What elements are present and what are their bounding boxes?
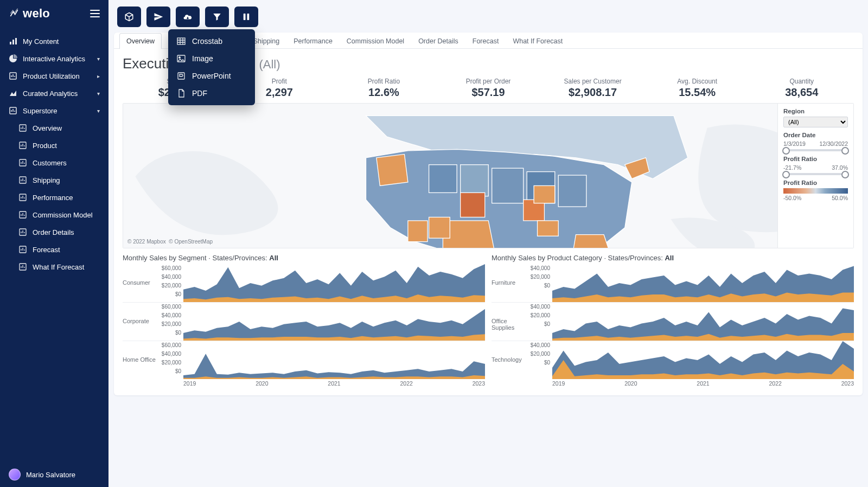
main: CrosstabImagePowerPointPDF OverviewProdu… bbox=[108, 0, 868, 487]
report-icon bbox=[9, 106, 17, 115]
order-date-filter-label: Order Date bbox=[783, 132, 848, 138]
map-canvas[interactable] bbox=[123, 104, 853, 248]
svg-rect-15 bbox=[247, 14, 250, 20]
svg-rect-23 bbox=[492, 168, 524, 203]
tab-forecast[interactable]: Forecast bbox=[465, 33, 506, 49]
filter-panel: Region (All) Order Date 1/3/201912/30/20… bbox=[777, 104, 853, 248]
kpi-avg-discount: Avg. Discount15.54% bbox=[645, 78, 750, 99]
sidebar-item-shipping[interactable]: Shipping bbox=[0, 171, 108, 189]
profit-ratio-legend-label: Profit Ratio bbox=[783, 180, 848, 186]
svg-rect-1 bbox=[12, 40, 14, 44]
dropdown-powerpoint[interactable]: PowerPoint bbox=[168, 67, 255, 85]
svg-rect-31 bbox=[538, 221, 559, 236]
sidebar-item-customers[interactable]: Customers bbox=[0, 154, 108, 171]
profit-ratio-legend bbox=[783, 188, 848, 194]
report-icon bbox=[9, 72, 17, 80]
slides-icon bbox=[177, 72, 186, 80]
sidebar-item-performance[interactable]: Performance bbox=[0, 189, 108, 206]
logo-text: welo bbox=[23, 7, 50, 21]
report-icon bbox=[18, 158, 27, 167]
dropdown-pdf[interactable]: PDF bbox=[168, 85, 255, 102]
report-icon bbox=[18, 228, 27, 236]
svg-rect-25 bbox=[558, 175, 586, 207]
svg-rect-28 bbox=[408, 221, 427, 242]
tab-overview[interactable]: Overview bbox=[119, 33, 162, 49]
dropdown-crosstab[interactable]: Crosstab bbox=[168, 33, 255, 50]
sidebar: welo My Content Interactive Analytics ▾ … bbox=[0, 0, 108, 487]
tab-order-details[interactable]: Order Details bbox=[411, 33, 465, 49]
svg-rect-21 bbox=[429, 165, 457, 193]
table-icon bbox=[177, 37, 186, 46]
svg-rect-14 bbox=[244, 14, 246, 20]
toolbar-send-button[interactable] bbox=[146, 7, 170, 27]
report-icon bbox=[18, 124, 27, 132]
report-icon bbox=[18, 245, 27, 254]
profit-ratio-slider[interactable] bbox=[783, 173, 848, 175]
svg-rect-16 bbox=[177, 38, 185, 44]
report-icon bbox=[18, 176, 27, 184]
tab-performance[interactable]: Performance bbox=[286, 33, 340, 49]
chart-category-col: Monthly Sales by Product Category · Stat… bbox=[492, 254, 854, 387]
region-select[interactable]: (All) bbox=[783, 117, 848, 127]
toolbar-cube-button[interactable] bbox=[117, 7, 141, 27]
sidebar-toggle-icon[interactable] bbox=[90, 10, 100, 17]
svg-rect-26 bbox=[461, 193, 485, 217]
toolbar-filter-button[interactable] bbox=[205, 7, 229, 27]
tab-what-if-forecast[interactable]: What If Forecast bbox=[506, 33, 570, 49]
avatar[interactable] bbox=[9, 469, 21, 480]
dropdown-image[interactable]: Image bbox=[168, 50, 255, 67]
mini-chart-corporate[interactable]: Corporate$60,000$40,000$20,000$0 bbox=[123, 302, 485, 341]
chart-segment-title: Monthly Sales by Segment · States/Provin… bbox=[123, 254, 485, 262]
sidebar-item-my-content[interactable]: My Content bbox=[0, 33, 108, 50]
mini-chart-consumer[interactable]: Consumer$60,000$40,000$20,000$0 bbox=[123, 264, 485, 302]
user-name: Mario Salvatore bbox=[26, 471, 75, 479]
mini-chart-furniture[interactable]: Furniture$40,000$20,000$0 bbox=[492, 264, 854, 302]
report-icon bbox=[18, 193, 27, 202]
mini-chart-technology[interactable]: Technology$40,000$20,000$0 bbox=[492, 341, 854, 379]
profit-ratio-filter-label: Profit Ratio bbox=[783, 156, 848, 162]
tab-commission-model[interactable]: Commission Model bbox=[340, 33, 411, 49]
sidebar-nav: My Content Interactive Analytics ▾ Produ… bbox=[0, 28, 108, 462]
image-icon bbox=[177, 54, 186, 63]
sidebar-item-overview[interactable]: Overview bbox=[0, 119, 108, 137]
kpi-sales-per-customer: Sales per Customer$2,908.17 bbox=[540, 78, 645, 99]
sidebar-item-order-details[interactable]: Order Details bbox=[0, 223, 108, 241]
sidebar-item-superstore[interactable]: Superstore ▾ bbox=[0, 102, 108, 119]
mini-chart-home-office[interactable]: Home Office$60,000$40,000$20,000$0 bbox=[123, 341, 485, 379]
mini-chart-office-supplies[interactable]: Office Supplies$40,000$20,000$0 bbox=[492, 302, 854, 341]
sidebar-item-curated-analytics[interactable]: Curated Analytics ▾ bbox=[0, 85, 108, 102]
pdf-icon bbox=[177, 89, 186, 98]
sidebar-item-forecast[interactable]: Forecast bbox=[0, 241, 108, 258]
chevron-down-icon: ▾ bbox=[97, 56, 100, 62]
svg-rect-27 bbox=[429, 217, 450, 238]
chart-segment-col: Monthly Sales by Segment · States/Provin… bbox=[123, 254, 485, 387]
toolbar-download-button[interactable] bbox=[176, 7, 200, 27]
sidebar-item-product[interactable]: Product bbox=[0, 137, 108, 154]
order-date-slider[interactable] bbox=[783, 149, 848, 151]
svg-rect-19 bbox=[178, 73, 184, 79]
toolbar-columns-button[interactable] bbox=[234, 7, 258, 27]
sidebar-item-what-if-forecast[interactable]: What If Forecast bbox=[0, 258, 108, 275]
report-icon bbox=[18, 210, 27, 219]
sidebar-item-commission-model[interactable]: Commission Model bbox=[0, 206, 108, 223]
sidebar-item-product-utilization[interactable]: Product Utilization ▸ bbox=[0, 67, 108, 85]
area-chart-icon bbox=[9, 89, 17, 98]
svg-rect-2 bbox=[15, 38, 17, 44]
chevron-down-icon: ▾ bbox=[97, 91, 100, 97]
svg-rect-30 bbox=[534, 185, 555, 203]
logo-mark-icon bbox=[9, 8, 20, 19]
report-icon bbox=[18, 262, 27, 271]
map-attribution: © 2022 Mapbox © OpenStreetMap bbox=[127, 239, 213, 245]
map-panel: © 2022 Mapbox © OpenStreetMap Region (Al… bbox=[123, 103, 854, 248]
toolbar: CrosstabImagePowerPointPDF bbox=[114, 4, 863, 33]
sidebar-item-interactive-analytics[interactable]: Interactive Analytics ▾ bbox=[0, 50, 108, 67]
chevron-down-icon: ▾ bbox=[97, 108, 100, 114]
sidebar-footer: Mario Salvatore bbox=[0, 462, 108, 487]
chart-category-title: Monthly Sales by Product Category · Stat… bbox=[492, 254, 854, 262]
charts-row: Monthly Sales by Segment · States/Provin… bbox=[123, 254, 854, 387]
region-filter-label: Region bbox=[783, 108, 848, 114]
download-dropdown: CrosstabImagePowerPointPDF bbox=[168, 29, 255, 105]
pie-chart-icon bbox=[9, 54, 17, 63]
svg-rect-22 bbox=[461, 165, 489, 196]
kpi-profit-ratio: Profit Ratio12.6% bbox=[331, 78, 436, 99]
